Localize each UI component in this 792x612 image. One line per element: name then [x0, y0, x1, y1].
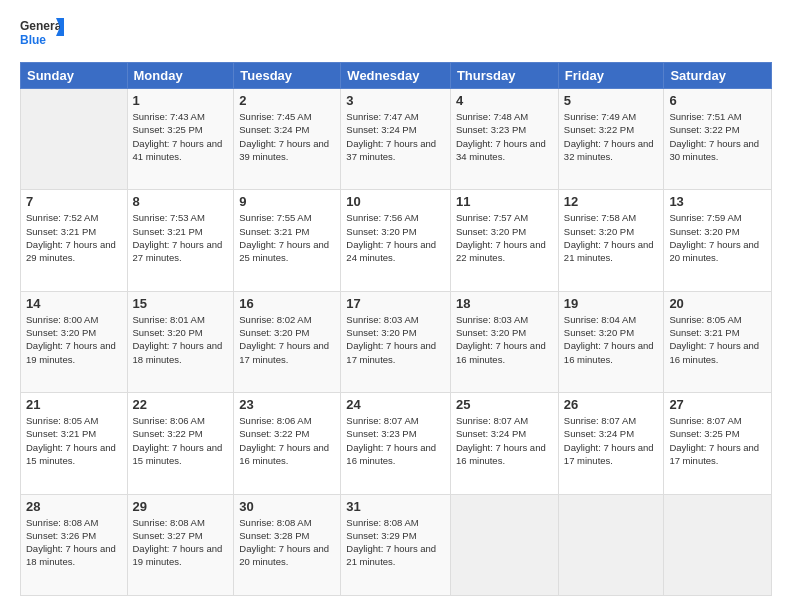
- day-number: 15: [133, 296, 229, 311]
- day-number: 31: [346, 499, 445, 514]
- page: General Blue SundayMondayTuesdayWednesda…: [0, 0, 792, 612]
- calendar-cell: 10Sunrise: 7:56 AMSunset: 3:20 PMDayligh…: [341, 190, 451, 291]
- day-info: Sunrise: 7:48 AMSunset: 3:23 PMDaylight:…: [456, 110, 553, 163]
- logo: General Blue: [20, 16, 64, 52]
- day-info: Sunrise: 8:07 AMSunset: 3:23 PMDaylight:…: [346, 414, 445, 467]
- col-header-saturday: Saturday: [664, 63, 772, 89]
- day-number: 17: [346, 296, 445, 311]
- day-number: 27: [669, 397, 766, 412]
- day-number: 19: [564, 296, 659, 311]
- day-info: Sunrise: 7:51 AMSunset: 3:22 PMDaylight:…: [669, 110, 766, 163]
- day-info: Sunrise: 8:07 AMSunset: 3:24 PMDaylight:…: [456, 414, 553, 467]
- day-info: Sunrise: 8:06 AMSunset: 3:22 PMDaylight:…: [239, 414, 335, 467]
- day-number: 21: [26, 397, 122, 412]
- day-info: Sunrise: 7:43 AMSunset: 3:25 PMDaylight:…: [133, 110, 229, 163]
- svg-text:Blue: Blue: [20, 33, 46, 47]
- calendar-cell: 15Sunrise: 8:01 AMSunset: 3:20 PMDayligh…: [127, 291, 234, 392]
- calendar-cell: 8Sunrise: 7:53 AMSunset: 3:21 PMDaylight…: [127, 190, 234, 291]
- day-info: Sunrise: 7:53 AMSunset: 3:21 PMDaylight:…: [133, 211, 229, 264]
- day-number: 23: [239, 397, 335, 412]
- day-number: 4: [456, 93, 553, 108]
- day-info: Sunrise: 7:45 AMSunset: 3:24 PMDaylight:…: [239, 110, 335, 163]
- calendar-cell: [21, 89, 128, 190]
- calendar-cell: 4Sunrise: 7:48 AMSunset: 3:23 PMDaylight…: [450, 89, 558, 190]
- calendar-week-4: 21Sunrise: 8:05 AMSunset: 3:21 PMDayligh…: [21, 393, 772, 494]
- calendar-cell: 31Sunrise: 8:08 AMSunset: 3:29 PMDayligh…: [341, 494, 451, 595]
- day-info: Sunrise: 8:07 AMSunset: 3:25 PMDaylight:…: [669, 414, 766, 467]
- col-header-wednesday: Wednesday: [341, 63, 451, 89]
- calendar-table: SundayMondayTuesdayWednesdayThursdayFrid…: [20, 62, 772, 596]
- day-info: Sunrise: 7:52 AMSunset: 3:21 PMDaylight:…: [26, 211, 122, 264]
- calendar-cell: 9Sunrise: 7:55 AMSunset: 3:21 PMDaylight…: [234, 190, 341, 291]
- day-number: 24: [346, 397, 445, 412]
- calendar-cell: [664, 494, 772, 595]
- calendar-cell: 27Sunrise: 8:07 AMSunset: 3:25 PMDayligh…: [664, 393, 772, 494]
- calendar-cell: 1Sunrise: 7:43 AMSunset: 3:25 PMDaylight…: [127, 89, 234, 190]
- calendar-cell: 17Sunrise: 8:03 AMSunset: 3:20 PMDayligh…: [341, 291, 451, 392]
- calendar-cell: [450, 494, 558, 595]
- day-info: Sunrise: 8:05 AMSunset: 3:21 PMDaylight:…: [669, 313, 766, 366]
- calendar-cell: [558, 494, 664, 595]
- day-info: Sunrise: 8:01 AMSunset: 3:20 PMDaylight:…: [133, 313, 229, 366]
- day-info: Sunrise: 8:00 AMSunset: 3:20 PMDaylight:…: [26, 313, 122, 366]
- day-info: Sunrise: 8:03 AMSunset: 3:20 PMDaylight:…: [346, 313, 445, 366]
- col-header-tuesday: Tuesday: [234, 63, 341, 89]
- day-number: 14: [26, 296, 122, 311]
- calendar-cell: 7Sunrise: 7:52 AMSunset: 3:21 PMDaylight…: [21, 190, 128, 291]
- calendar-cell: 18Sunrise: 8:03 AMSunset: 3:20 PMDayligh…: [450, 291, 558, 392]
- day-info: Sunrise: 7:56 AMSunset: 3:20 PMDaylight:…: [346, 211, 445, 264]
- calendar-cell: 24Sunrise: 8:07 AMSunset: 3:23 PMDayligh…: [341, 393, 451, 494]
- day-number: 29: [133, 499, 229, 514]
- calendar-cell: 29Sunrise: 8:08 AMSunset: 3:27 PMDayligh…: [127, 494, 234, 595]
- calendar-cell: 12Sunrise: 7:58 AMSunset: 3:20 PMDayligh…: [558, 190, 664, 291]
- day-number: 2: [239, 93, 335, 108]
- day-number: 16: [239, 296, 335, 311]
- day-number: 26: [564, 397, 659, 412]
- logo-svg: General Blue: [20, 16, 64, 52]
- day-number: 12: [564, 194, 659, 209]
- calendar-cell: 28Sunrise: 8:08 AMSunset: 3:26 PMDayligh…: [21, 494, 128, 595]
- day-info: Sunrise: 7:49 AMSunset: 3:22 PMDaylight:…: [564, 110, 659, 163]
- day-info: Sunrise: 8:08 AMSunset: 3:28 PMDaylight:…: [239, 516, 335, 569]
- day-number: 13: [669, 194, 766, 209]
- calendar-cell: 6Sunrise: 7:51 AMSunset: 3:22 PMDaylight…: [664, 89, 772, 190]
- day-info: Sunrise: 8:08 AMSunset: 3:29 PMDaylight:…: [346, 516, 445, 569]
- calendar-cell: 30Sunrise: 8:08 AMSunset: 3:28 PMDayligh…: [234, 494, 341, 595]
- header: General Blue: [20, 16, 772, 52]
- col-header-friday: Friday: [558, 63, 664, 89]
- day-number: 6: [669, 93, 766, 108]
- calendar-cell: 16Sunrise: 8:02 AMSunset: 3:20 PMDayligh…: [234, 291, 341, 392]
- calendar-week-5: 28Sunrise: 8:08 AMSunset: 3:26 PMDayligh…: [21, 494, 772, 595]
- calendar-cell: 14Sunrise: 8:00 AMSunset: 3:20 PMDayligh…: [21, 291, 128, 392]
- day-number: 1: [133, 93, 229, 108]
- day-number: 28: [26, 499, 122, 514]
- calendar-cell: 2Sunrise: 7:45 AMSunset: 3:24 PMDaylight…: [234, 89, 341, 190]
- day-info: Sunrise: 8:07 AMSunset: 3:24 PMDaylight:…: [564, 414, 659, 467]
- calendar-cell: 5Sunrise: 7:49 AMSunset: 3:22 PMDaylight…: [558, 89, 664, 190]
- day-number: 22: [133, 397, 229, 412]
- day-info: Sunrise: 7:57 AMSunset: 3:20 PMDaylight:…: [456, 211, 553, 264]
- col-header-thursday: Thursday: [450, 63, 558, 89]
- calendar-header-row: SundayMondayTuesdayWednesdayThursdayFrid…: [21, 63, 772, 89]
- day-number: 10: [346, 194, 445, 209]
- day-number: 3: [346, 93, 445, 108]
- day-info: Sunrise: 8:03 AMSunset: 3:20 PMDaylight:…: [456, 313, 553, 366]
- calendar-cell: 19Sunrise: 8:04 AMSunset: 3:20 PMDayligh…: [558, 291, 664, 392]
- day-info: Sunrise: 7:55 AMSunset: 3:21 PMDaylight:…: [239, 211, 335, 264]
- calendar-cell: 22Sunrise: 8:06 AMSunset: 3:22 PMDayligh…: [127, 393, 234, 494]
- day-info: Sunrise: 8:05 AMSunset: 3:21 PMDaylight:…: [26, 414, 122, 467]
- col-header-sunday: Sunday: [21, 63, 128, 89]
- calendar-cell: 25Sunrise: 8:07 AMSunset: 3:24 PMDayligh…: [450, 393, 558, 494]
- calendar-cell: 11Sunrise: 7:57 AMSunset: 3:20 PMDayligh…: [450, 190, 558, 291]
- day-number: 5: [564, 93, 659, 108]
- day-number: 30: [239, 499, 335, 514]
- day-info: Sunrise: 7:58 AMSunset: 3:20 PMDaylight:…: [564, 211, 659, 264]
- day-info: Sunrise: 7:47 AMSunset: 3:24 PMDaylight:…: [346, 110, 445, 163]
- day-info: Sunrise: 8:02 AMSunset: 3:20 PMDaylight:…: [239, 313, 335, 366]
- day-number: 25: [456, 397, 553, 412]
- day-number: 7: [26, 194, 122, 209]
- calendar-cell: 3Sunrise: 7:47 AMSunset: 3:24 PMDaylight…: [341, 89, 451, 190]
- day-number: 18: [456, 296, 553, 311]
- day-info: Sunrise: 8:06 AMSunset: 3:22 PMDaylight:…: [133, 414, 229, 467]
- calendar-cell: 23Sunrise: 8:06 AMSunset: 3:22 PMDayligh…: [234, 393, 341, 494]
